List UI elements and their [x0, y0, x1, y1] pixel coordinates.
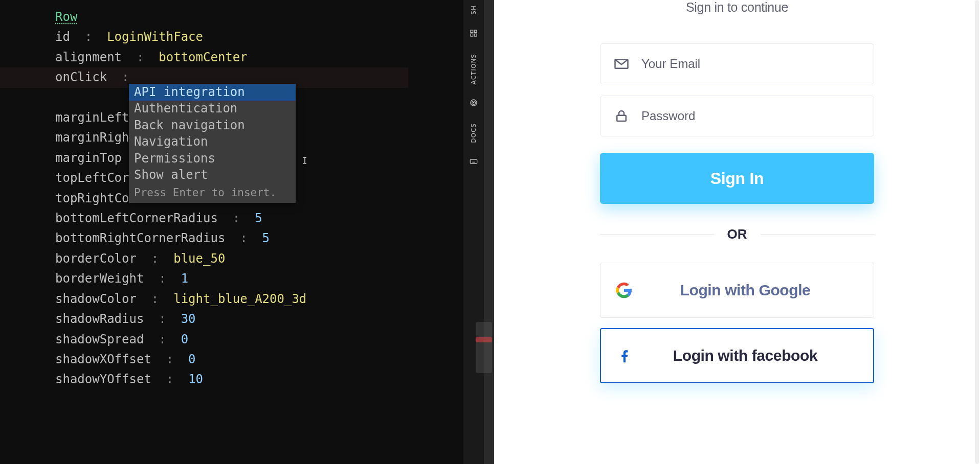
login-facebook-button[interactable]: Login with facebook	[600, 328, 874, 383]
email-input[interactable]	[641, 57, 860, 71]
svg-rect-0	[471, 30, 473, 33]
minimap-viewport-icon	[476, 322, 492, 373]
password-input[interactable]	[641, 109, 860, 123]
autocomplete-item[interactable]: Show alert	[129, 167, 296, 184]
autocomplete-popup: API integrationAuthenticationBack naviga…	[129, 84, 296, 203]
rail-tab-actions[interactable]: ACTIONS	[470, 49, 477, 95]
login-facebook-label: Login with facebook	[633, 347, 858, 364]
mail-icon	[614, 56, 629, 72]
page-subtitle: Sign in to continue	[600, 0, 874, 15]
sign-in-button[interactable]: Sign In	[600, 153, 874, 204]
svg-rect-9	[617, 115, 626, 121]
password-field-wrap[interactable]	[600, 96, 874, 136]
email-field-wrap[interactable]	[600, 43, 874, 84]
facebook-icon	[616, 347, 633, 364]
divider-line-right	[761, 234, 875, 235]
divider-line-left	[600, 234, 714, 235]
keyboard-icon	[470, 157, 478, 166]
autocomplete-item[interactable]: Authentication	[129, 101, 296, 118]
or-label: OR	[727, 226, 747, 242]
svg-rect-3	[474, 34, 477, 36]
google-icon	[616, 282, 632, 298]
editor-pane[interactable]: Row id : LoginWithFace alignment : botto…	[0, 0, 463, 464]
preview-scrollbar[interactable]	[975, 0, 979, 464]
grid-icon	[470, 29, 478, 37]
login-google-label: Login with Google	[632, 282, 858, 299]
svg-rect-7	[470, 159, 477, 164]
login-google-button[interactable]: Login with Google	[600, 263, 874, 318]
or-divider: OR	[600, 226, 874, 242]
preview-pane: Sign in to continue Sign In OR	[494, 0, 980, 464]
svg-rect-2	[471, 34, 473, 36]
autocomplete-item[interactable]: Navigation	[129, 134, 296, 151]
target-icon	[470, 99, 478, 107]
rail-tab-docs[interactable]: DOCS	[470, 118, 477, 153]
minimap-error-marker-icon	[476, 337, 492, 342]
autocomplete-item[interactable]: Permissions	[129, 150, 296, 167]
split-gutter[interactable]	[484, 0, 494, 464]
rail-tab-show[interactable]: SH	[470, 0, 477, 25]
autocomplete-hint: Press Enter to insert.	[129, 183, 296, 203]
lock-icon	[614, 108, 629, 124]
side-rail: SH ACTIONS DOCS	[463, 0, 484, 464]
autocomplete-item[interactable]: API integration	[129, 84, 296, 101]
svg-rect-1	[474, 30, 477, 33]
svg-point-6	[473, 102, 474, 103]
autocomplete-item[interactable]: Back navigation	[129, 117, 296, 134]
